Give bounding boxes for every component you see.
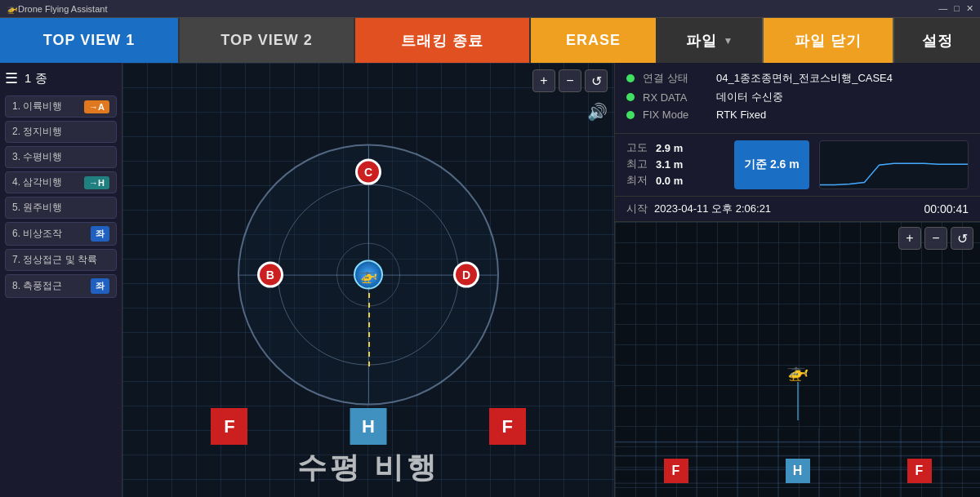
drone-marker: 🚁: [352, 259, 385, 291]
altitude-label: 고도: [626, 140, 649, 155]
tab-file-close[interactable]: 파일 닫기: [764, 18, 894, 63]
drone-count: ☰ 1 종: [5, 69, 117, 87]
tab-top-view-1[interactable]: TOP VIEW 1: [0, 18, 180, 63]
volume-icon[interactable]: 🔊: [587, 102, 608, 122]
hamburger-icon[interactable]: ☰: [5, 69, 18, 87]
tab-settings[interactable]: 설정: [894, 18, 980, 63]
metrics-values: 고도 2.9 m 최고 3.1 m 최저 0.0 m: [626, 140, 724, 189]
badge-4: →H: [84, 176, 109, 189]
max-row: 최고 3.1 m: [626, 157, 724, 171]
metrics-area: 고도 2.9 m 최고 3.1 m 최저 0.0 m 기준 2.6 m: [615, 134, 980, 197]
min-label: 최저: [626, 173, 649, 188]
3d-drone-line: [797, 382, 799, 420]
rx-data-row: RX DATA 데이터 수신중: [626, 90, 969, 104]
center-panel: + − ↺ 🔊 C B D 🚁: [122, 63, 614, 497]
3d-reset-button[interactable]: ↺: [951, 227, 973, 250]
menu-item-8[interactable]: 8. 측풍접근 좌: [5, 274, 117, 298]
menu-item-6[interactable]: 6. 비상조작 좌: [5, 222, 117, 246]
f-marker-left: F: [211, 408, 247, 445]
rx-value: 데이터 수신중: [716, 90, 783, 104]
min-value: 0.0 m: [656, 175, 683, 187]
main-layout: ☰ 1 종 1. 이륙비행 →A 2. 정지비행 3. 수평비행 4. 삼각비행…: [0, 63, 980, 497]
3d-f-marker-left: F: [664, 459, 688, 483]
waypoint-c: C: [355, 158, 381, 184]
waypoint-d: D: [453, 262, 479, 288]
menu-item-5[interactable]: 5. 원주비행: [5, 197, 117, 219]
connection-status-row: 연결 상태 04_1종조종면허_전코스비행_CASE4: [626, 71, 969, 86]
waypoint-b: B: [257, 262, 283, 288]
file-dropdown-arrow: ▼: [724, 35, 734, 47]
3d-zoom-in-button[interactable]: +: [898, 227, 921, 250]
time-area: 시작 2023-04-11 오후 2:06:21 00:00:41: [615, 197, 980, 222]
flight-mode-label: 수평 비행: [122, 448, 614, 488]
drone-count-label: 1 종: [24, 71, 47, 87]
status-area: 연결 상태 04_1종조종면허_전코스비행_CASE4 RX DATA 데이터 …: [615, 63, 980, 134]
3d-view: + − ↺ 🚁: [615, 222, 980, 497]
badge-8: 좌: [91, 278, 109, 294]
menu-item-3[interactable]: 3. 수평비행: [5, 146, 117, 168]
max-value: 3.1 m: [656, 158, 683, 171]
connection-status-dot: [626, 74, 635, 82]
tab-tracking-end[interactable]: 트래킹 종료: [355, 18, 531, 63]
map-controls: + − ↺: [532, 69, 608, 92]
app-title: Drone Flying Assistant: [18, 4, 107, 14]
tab-erase[interactable]: ERASE: [531, 18, 657, 63]
left-panel: ☰ 1 종 1. 이륙비행 →A 2. 정지비행 3. 수평비행 4. 삼각비행…: [0, 63, 122, 497]
menu-item-2[interactable]: 2. 정지비행: [5, 121, 117, 143]
menu-item-7[interactable]: 7. 정상접근 및 착륙: [5, 249, 117, 271]
tab-file[interactable]: 파일 ▼: [657, 18, 764, 63]
menu-items: 1. 이륙비행 →A 2. 정지비행 3. 수평비행 4. 삼각비행 →H 5.…: [5, 95, 117, 298]
badge-1: →A: [84, 100, 109, 113]
drone-icon: 🚁: [7, 3, 18, 14]
h-marker: H: [350, 408, 387, 445]
rx-status-dot: [626, 93, 635, 101]
altitude-chart: [819, 140, 969, 189]
menu-item-4[interactable]: 4. 삼각비행 →H: [5, 171, 117, 193]
start-label: 시작: [626, 202, 648, 216]
tab-top-view-2[interactable]: TOP VIEW 2: [180, 18, 355, 63]
altitude-row: 고도 2.9 m: [626, 140, 724, 155]
menu-item-1[interactable]: 1. 이륙비행 →A: [5, 95, 117, 118]
title-bar: 🚁 Drone Flying Assistant — □ ✕: [0, 0, 980, 18]
3d-f-marker-right: F: [907, 459, 932, 483]
3d-drone-marker: 🚁: [786, 361, 808, 382]
drone-body: 🚁: [354, 260, 383, 290]
3d-view-controls: + − ↺: [898, 227, 973, 250]
tab-bar: TOP VIEW 1 TOP VIEW 2 트래킹 종료 ERASE 파일 ▼ …: [0, 18, 980, 63]
fix-mode-row: FIX Mode RTK Fixed: [626, 109, 969, 121]
min-row: 최저 0.0 m: [626, 173, 724, 188]
connection-label: 연결 상태: [643, 71, 708, 86]
rx-label: RX DATA: [643, 91, 708, 104]
flight-path-line: [368, 282, 370, 369]
connection-value: 04_1종조종면허_전코스비행_CASE4: [716, 71, 893, 86]
max-label: 최고: [626, 157, 649, 171]
fix-label: FIX Mode: [643, 109, 708, 121]
f-marker-right: F: [489, 408, 526, 445]
radar-display: C B D 🚁: [238, 144, 499, 406]
map-reset-button[interactable]: ↺: [585, 69, 608, 92]
baseline-button[interactable]: 기준 2.6 m: [734, 140, 809, 189]
altitude-value: 2.9 m: [656, 142, 683, 154]
badge-6: 좌: [91, 226, 109, 242]
start-value: 2023-04-11 오후 2:06:21: [654, 202, 771, 216]
map-zoom-in-button[interactable]: +: [532, 69, 555, 92]
fix-status-dot: [626, 111, 635, 119]
3d-zoom-out-button[interactable]: −: [924, 227, 947, 250]
window-controls: — □ ✕: [938, 3, 973, 14]
right-panel: 연결 상태 04_1종조종면허_전코스비행_CASE4 RX DATA 데이터 …: [614, 63, 980, 497]
map-zoom-out-button[interactable]: −: [559, 69, 581, 92]
3d-h-marker: H: [786, 459, 810, 483]
3d-markers: F H F: [615, 459, 980, 483]
elapsed-time: 00:00:41: [924, 202, 969, 215]
fix-value: RTK Fixed: [716, 109, 766, 121]
